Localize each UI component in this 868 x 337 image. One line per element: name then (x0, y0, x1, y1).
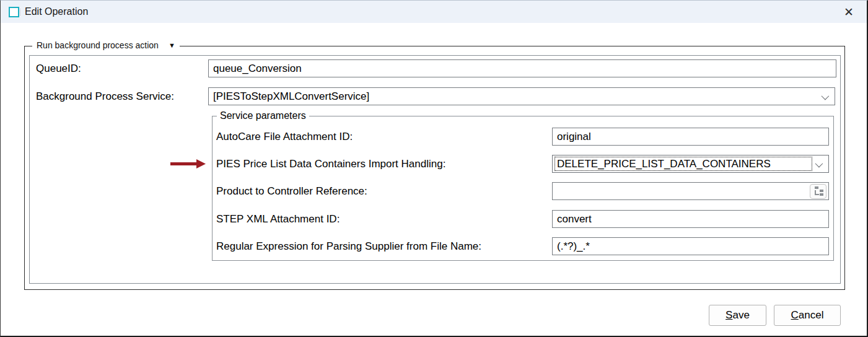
step-xml-attachment-id-label: STEP XML Attachment ID: (216, 210, 340, 228)
autocare-file-attachment-id-label: AutoCare File Attachment ID: (216, 128, 353, 146)
background-process-service-value: [PIESToStepXMLConvertService] (209, 90, 369, 103)
cancel-button-label: Cancel (791, 309, 824, 322)
pies-import-handling-label: PIES Price List Data Containers Import H… (216, 155, 445, 173)
chevron-down-icon (822, 92, 830, 100)
queueid-input[interactable] (208, 59, 836, 77)
service-parameters-legend: Service parameters (217, 110, 309, 121)
regex-supplier-parsing-input[interactable] (552, 237, 829, 255)
product-to-controller-reference-label: Product to Controller Reference: (216, 182, 367, 200)
autocare-file-attachment-id-input[interactable] (552, 128, 829, 146)
save-button-label: Save (726, 309, 750, 322)
pies-import-handling-combobox[interactable]: DELETE_PRICE_LIST_DATA_CONTAINERS (552, 155, 829, 173)
red-annotation-arrow-icon (169, 159, 206, 169)
save-button[interactable]: Save (709, 305, 766, 326)
hierarchy-tree-icon (812, 185, 825, 198)
background-process-service-label: Background Process Service: (36, 87, 174, 105)
edit-operation-dialog: Edit Operation ✕ Run background process … (0, 0, 868, 337)
queueid-label: QueueID: (36, 59, 81, 77)
titlebar: Edit Operation ✕ (1, 1, 867, 23)
window-title: Edit Operation (25, 6, 88, 17)
close-icon[interactable]: ✕ (836, 1, 862, 23)
step-xml-attachment-id-input[interactable] (552, 210, 829, 228)
product-to-controller-reference-input[interactable] (552, 182, 829, 200)
group-legend-label: Run background process action (37, 40, 159, 50)
tree-picker-button[interactable] (810, 184, 826, 199)
chevron-down-icon (815, 160, 823, 168)
cancel-button[interactable]: Cancel (774, 305, 841, 326)
group-legend: Run background process action ▼ (32, 40, 180, 50)
focus-rectangle (555, 157, 812, 171)
window-icon (9, 7, 19, 17)
background-process-service-combobox[interactable]: [PIESToStepXMLConvertService] (208, 87, 835, 105)
regex-supplier-parsing-label: Regular Expression for Parsing Supplier … (216, 237, 481, 255)
collapse-triangle-icon[interactable]: ▼ (169, 42, 175, 49)
